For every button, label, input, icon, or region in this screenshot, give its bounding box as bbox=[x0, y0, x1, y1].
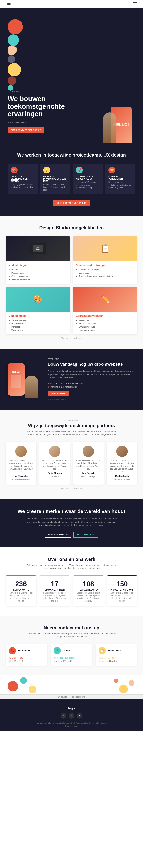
brands-title: We creëren merken waar de wereld van hou… bbox=[8, 508, 135, 514]
partners-section: NETWERKEN Wij zijn toegewijde deskundige… bbox=[0, 410, 143, 499]
partner-3-text: Maurica id ipsum most.it. Clic agio de i… bbox=[76, 459, 101, 470]
contact-phone-title: TELEFOON bbox=[18, 649, 30, 652]
hero-label: OVER ONS bbox=[8, 91, 73, 93]
bottom-shapes bbox=[0, 675, 143, 694]
design-card-user-image: ✏️ bbox=[73, 287, 137, 312]
brand-item-3: Merkbelofte bbox=[11, 325, 67, 329]
edit-note-bar: 17 double click to start editing bbox=[0, 694, 143, 699]
user-item-1: Inlevert idee bbox=[79, 319, 135, 322]
contact-section: Neem contact met ons op Duis acute dure … bbox=[0, 616, 143, 675]
stat-1-num: 236 bbox=[8, 580, 34, 588]
brands-btn1[interactable]: DESIGNSTUDIO.COM bbox=[45, 532, 71, 537]
teams-title: We werken in toegewijde projectteams, UX… bbox=[8, 152, 135, 158]
droom-section: HELLO! OVER ONS Bouw vandaag nog uw droo… bbox=[0, 349, 143, 410]
design-card-merk-title: Merk strategie bbox=[8, 264, 67, 267]
hero-title: We bouwen toekomstgerichte ervaringen bbox=[8, 95, 73, 118]
partners-label: NETWERKEN bbox=[6, 420, 137, 422]
comm-item-2: Copywriting bbox=[79, 271, 135, 275]
brand-item-2: Merkarchitectuur bbox=[11, 322, 67, 325]
contact-title: Neem contact met ons op bbox=[6, 625, 137, 630]
partners-img-credit: Afbeeldingen van freepik bbox=[6, 487, 137, 489]
design-studio-title: Design Studio-mogelijkheden bbox=[6, 225, 137, 230]
contact-address-title: ADRES bbox=[63, 649, 71, 652]
droom-btn[interactable]: LEES VERDER bbox=[48, 391, 69, 397]
team-card-1: 🔍 ONDERZOEK GEBRUIKERSBEH OEFTEN Collect… bbox=[8, 163, 37, 194]
partner-2-role: Secretaris bbox=[50, 475, 59, 477]
contact-address-icon: 📍 bbox=[54, 647, 61, 654]
merk-item-3: Concurrentieanalyse bbox=[11, 275, 67, 278]
social-facebook-icon[interactable]: f bbox=[61, 713, 66, 718]
droom-bullet-2: Perfecte e-mail functionaliteit bbox=[48, 385, 135, 388]
partners-sub: We hechten veel waarde aan sterke relati… bbox=[24, 430, 119, 436]
design-card-brand: 🎨 Merkidentiteit Visuele positionering M… bbox=[6, 287, 70, 334]
droom-bullet-1: Orci-rhoncus op e-mail en telefoon bbox=[48, 382, 135, 384]
design-img-credit: Afbeeldingen van freepik bbox=[6, 337, 137, 339]
contact-hours-title: WERKUREN bbox=[108, 649, 121, 652]
contact-address-line2: New York 78120 USA bbox=[54, 659, 89, 663]
hero-subtitle: Afbeelding van freepik bbox=[8, 122, 73, 124]
contact-sub: Duis acute dure dolor in reprehenderit i… bbox=[24, 632, 119, 638]
stat-3-desc: Sample text. Click to select the text bo… bbox=[76, 592, 101, 602]
stat-1-desc: Sample text. Click to select the text bo… bbox=[8, 592, 34, 602]
partner-2-text: Maurica id ipsum most.it. Clic agio de i… bbox=[42, 459, 67, 470]
droom-person bbox=[25, 375, 38, 398]
teams-cards: 🔍 ONDERZOEK GEBRUIKERSBEH OEFTEN Collect… bbox=[8, 163, 135, 194]
droom-phone: HELLO! bbox=[8, 363, 25, 396]
social-twitter-icon[interactable]: t bbox=[69, 713, 74, 718]
over-section: Over ons en ons werk Ante metus dictum a… bbox=[0, 547, 143, 616]
stat-3-label: TEVREDEN KLANTEN bbox=[76, 589, 101, 591]
partners-grid: Alles succat'zijn macht.s. Maurica id ip… bbox=[6, 442, 137, 485]
brands-section: We creëren merken waar de wereld van hou… bbox=[0, 499, 143, 547]
partner-3-name: Rob Roberts bbox=[76, 472, 101, 474]
stat-4-num: 150 bbox=[110, 580, 135, 588]
partner-1-avatar bbox=[15, 445, 27, 457]
over-title: Over ons en ons werk bbox=[6, 557, 137, 562]
stat-card-4: 150 PROJECTEN AFGEROND Sample text. Clic… bbox=[107, 576, 138, 606]
logo: logo bbox=[6, 2, 11, 5]
team-card-4-title: EEN PRODUCT VERBETEREN bbox=[109, 176, 132, 180]
merk-item-4: Strategie en richtlijnen bbox=[11, 278, 67, 281]
stat-2-num: 17 bbox=[42, 580, 67, 588]
partner-card-1: Alles succat'zijn macht.s. Maurica id ip… bbox=[6, 442, 36, 485]
partner-1-text: Alles succat'zijn macht.s. Maurica id ip… bbox=[8, 459, 34, 473]
contact-phone-line2: +1 (345) 687 4454 bbox=[9, 659, 45, 663]
contact-hours-icon: 🕐 bbox=[98, 647, 106, 654]
brand-item-1: Visuele positionering bbox=[11, 319, 67, 322]
partner-4-role: Accountant auditor bbox=[114, 478, 130, 480]
stat-2-label: GEWONNEN PRIJZEN bbox=[42, 589, 67, 591]
partner-4-name: Mattie Smith bbox=[110, 475, 135, 477]
hamburger-menu[interactable] bbox=[133, 2, 137, 5]
team-card-3: 🚀 ONTWIKKEL EEN NIEUW PRODUCT Lever een … bbox=[73, 163, 103, 194]
edit-note-text: 17 double click to start editing bbox=[58, 696, 85, 698]
partner-2-avatar bbox=[49, 445, 60, 457]
team-card-1-text: Collect gegevens om inzicht te krijgen i… bbox=[11, 183, 34, 189]
contact-card-hours: 🕐 WERKUREN 12:59 – 18:00 – tot Vr., di. … bbox=[95, 644, 137, 666]
contact-card-address: 📍 ADRES West Street, 21 Presence New Yor… bbox=[51, 644, 92, 666]
partner-4-avatar bbox=[116, 445, 128, 457]
contact-grid: 📞 TELEFOON +1 (345) 687 851 +1 (345) 687… bbox=[6, 644, 137, 666]
stats-grid: 236 KOPPEN KOFFIE Sample text. Click to … bbox=[6, 576, 137, 606]
social-linkedin-icon[interactable]: in bbox=[77, 713, 82, 718]
design-card-comm-image: 📋 bbox=[73, 236, 137, 261]
contact-phone-icon: 📞 bbox=[9, 647, 16, 654]
partner-card-2: Maurica id ipsum most.it. Clic agio de i… bbox=[39, 442, 70, 485]
design-studio-section: Design Studio-mogelijkheden 💻 Merk strat… bbox=[0, 216, 143, 349]
design-card-comm: 📋 Communicatie strategie Communicatie st… bbox=[73, 236, 137, 284]
design-card-comm-title: Communicatie strategie bbox=[76, 264, 135, 267]
stat-card-2: 17 GEWONNEN PRIJZEN Sample text. Click t… bbox=[39, 576, 70, 606]
teams-contact-button[interactable]: MEER CONTACT MET ONS OP bbox=[53, 200, 90, 206]
brands-btn2[interactable]: BEKIJK ONS WERK bbox=[74, 532, 98, 537]
partner-card-4: Alles succat zijn macht.s. Maurica id ip… bbox=[107, 442, 138, 485]
team-card-2-text: Valideer ideeën met een interactief prot… bbox=[43, 183, 67, 191]
partner-card-3: Maurica id ipsum most.it. Clic agio de i… bbox=[73, 442, 104, 485]
comm-item-3: Teamtraining voor communicatiestrategie bbox=[79, 275, 135, 278]
stat-card-3: 108 TEVREDEN KLANTEN Sample text. Click … bbox=[73, 576, 104, 606]
team-card-2: 💡 MAAK EEN PROTOTYPE VAN EEN IDEE Valide… bbox=[40, 163, 70, 194]
footer-logo: logo bbox=[6, 707, 137, 710]
user-item-4: Omgevingsontwerp bbox=[79, 329, 135, 332]
partner-2-name: Celia Almeda bbox=[42, 472, 67, 474]
design-card-user-title: Gebruikerservaringen bbox=[76, 314, 135, 317]
team-card-2-title: MAAK EEN PROTOTYPE VAN EEN IDEE bbox=[43, 176, 67, 182]
header: logo bbox=[0, 0, 143, 8]
hero-contact-button[interactable]: MEER CONTACT MET ONS OP bbox=[8, 127, 45, 133]
